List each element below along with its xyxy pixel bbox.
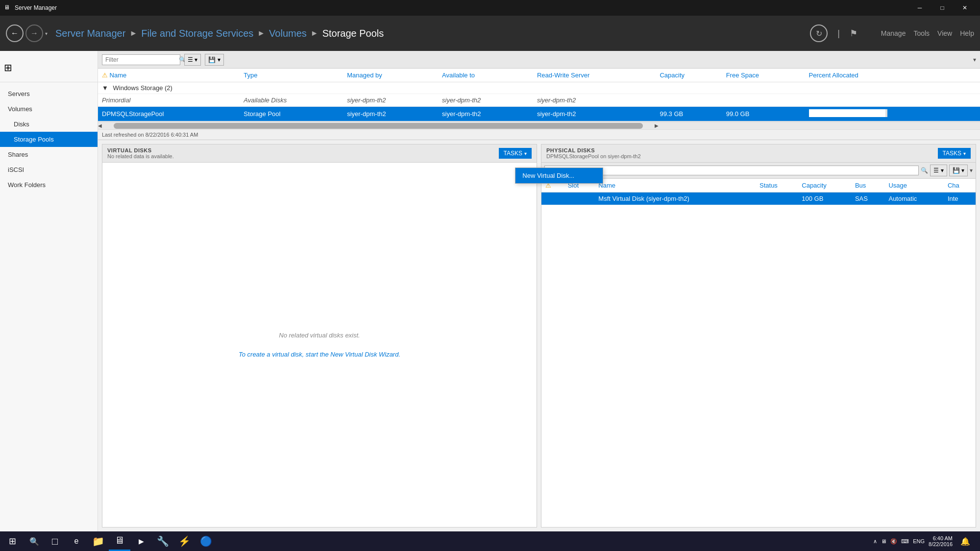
virtual-disk-wizard-link[interactable]: To create a virtual disk, start the New … [239, 351, 400, 358]
systray-up-arrow[interactable]: ∧ [873, 538, 877, 545]
taskbar-time: 6:40 AM [929, 535, 953, 541]
col-name[interactable]: ⚠ Name [98, 69, 240, 82]
sidebar: ⊞ Servers Volumes Disks Storage Pools Sh… [0, 51, 98, 531]
nav-dropdown-button[interactable]: ▾ [45, 31, 48, 36]
phys-col-status[interactable]: Status [756, 179, 798, 192]
breadcrumb-sep-1: ► [129, 29, 137, 38]
phys-col-name[interactable]: Name [594, 179, 756, 192]
storage-pools-filter[interactable]: 🔍 [102, 54, 180, 65]
row-available-to: siyer-dpm-th2 [438, 94, 533, 107]
virtual-disks-dropdown-menu: New Virtual Disk... [515, 168, 603, 184]
physical-disks-table-container: ⚠ Slot Name Status Capacity Bus Usage Ch… [541, 179, 976, 527]
table-row[interactable]: DPMSQLStoragePool Storage Pool siyer-dpm… [98, 107, 980, 121]
virtual-disks-subtitle: No related data is available. [107, 153, 174, 159]
table-row[interactable]: Msft Virtual Disk (siyer-dpm-th2) 100 GB… [541, 192, 976, 205]
sidebar-item-shares[interactable]: Shares [0, 147, 98, 162]
taskbar-task-view[interactable]: □ [44, 531, 66, 551]
tools-menu[interactable]: Tools [913, 29, 930, 37]
physical-disks-tasks-button[interactable]: TASKS ▾ [938, 148, 971, 159]
col-managed-by[interactable]: Managed by [343, 69, 438, 82]
nav-flag-icon[interactable]: ⚑ [850, 28, 858, 39]
breadcrumb-sep-2: ► [257, 29, 265, 38]
window-controls: ─ □ ✕ [908, 0, 976, 16]
row-free-space [722, 94, 805, 107]
scroll-left-arrow[interactable]: ◀ [98, 123, 102, 128]
row-free-space: 99.0 GB [722, 107, 805, 121]
phys-save-button[interactable]: 💾 ▾ [949, 165, 968, 176]
group-header-cell: ▼ Windows Storage (2) [98, 82, 980, 94]
sidebar-item-storage-pools[interactable]: Storage Pools [0, 132, 98, 147]
taskbar-cmd[interactable]: ▶ [130, 531, 152, 551]
phys-row-name: Msft Virtual Disk (siyer-dpm-th2) [594, 192, 756, 205]
phys-expand-button[interactable]: ▾ [970, 167, 973, 174]
phys-search-icon: 🔍 [921, 167, 928, 174]
taskbar-explorer[interactable]: 📁 [87, 531, 109, 551]
start-button[interactable]: ⊞ [0, 531, 24, 551]
row-rw-server: siyer-dpm-th2 [533, 94, 656, 107]
col-rw-server[interactable]: Read-Write Server [533, 69, 656, 82]
breadcrumb: Server Manager ► File and Storage Servic… [55, 28, 810, 39]
storage-pools-filter-input[interactable] [105, 56, 179, 63]
phys-col-usage[interactable]: Usage [884, 179, 943, 192]
nav-back-button[interactable]: ← [6, 24, 24, 42]
row-name: DPMSQLStoragePool [98, 107, 240, 121]
minimize-button[interactable]: ─ [908, 0, 931, 16]
nav-separator: | [837, 28, 840, 39]
maximize-button[interactable]: □ [931, 0, 954, 16]
taskbar-powershell[interactable]: ⚡ [173, 531, 195, 551]
virtual-disks-header: VIRTUAL DISKS No related data is availab… [102, 144, 537, 163]
sidebar-item-iscsi[interactable]: iSCSI [0, 162, 98, 177]
col-type[interactable]: Type [240, 69, 343, 82]
nav-refresh-button[interactable]: ↻ [810, 24, 828, 42]
phys-view-button[interactable]: ☰ ▾ [930, 165, 947, 176]
percent-allocated-bar [809, 109, 887, 117]
sidebar-item-servers[interactable]: Servers [0, 86, 98, 101]
new-virtual-disk-item[interactable]: New Virtual Disk... [515, 168, 603, 183]
systray-language: ENG [913, 538, 925, 544]
breadcrumb-file-storage[interactable]: File and Storage Services [141, 28, 253, 39]
virtual-disks-content: No related virtual disks exist. To creat… [102, 163, 537, 527]
scroll-right-arrow[interactable]: ▶ [655, 123, 659, 128]
scroll-thumb[interactable] [114, 123, 643, 129]
phys-col-bus[interactable]: Bus [851, 179, 885, 192]
app-icon: 🖥 [4, 4, 12, 12]
view-menu[interactable]: View [937, 29, 952, 37]
taskbar-search-button[interactable]: 🔍 [24, 531, 44, 551]
systray-volume-icon: 🔇 [890, 538, 897, 545]
notification-button[interactable]: 🔔 [956, 531, 974, 551]
help-menu[interactable]: Help [960, 29, 974, 37]
refresh-text: Last refreshed on 8/22/2016 6:40:31 AM [102, 132, 198, 138]
systray-network-icon: 🖥 [881, 538, 886, 544]
phys-col-cha[interactable]: Cha [944, 179, 976, 192]
breadcrumb-volumes[interactable]: Volumes [269, 28, 307, 39]
virtual-disks-header-left: VIRTUAL DISKS No related data is availab… [107, 147, 174, 159]
manage-menu[interactable]: Manage [881, 29, 906, 37]
row-type: Storage Pool [240, 107, 343, 121]
nav-forward-button[interactable]: → [25, 24, 43, 42]
sidebar-item-disks[interactable]: Disks [0, 117, 98, 132]
view-list-button[interactable]: ☰ ▾ [184, 54, 201, 66]
horizontal-scrollbar[interactable]: ◀ ▶ [98, 121, 980, 129]
close-button[interactable]: ✕ [954, 0, 976, 16]
row-managed-by: siyer-dpm-th2 [343, 107, 438, 121]
expand-button[interactable]: ▾ [973, 56, 976, 63]
taskbar-server-manager[interactable]: 🖥 [109, 531, 130, 551]
col-capacity[interactable]: Capacity [656, 69, 722, 82]
virtual-disks-tasks-button[interactable]: TASKS ▾ [499, 148, 532, 159]
sidebar-item-work-folders[interactable]: Work Folders [0, 177, 98, 192]
taskbar-settings[interactable]: 🔧 [152, 531, 173, 551]
taskbar-app5[interactable]: 🔵 [195, 531, 217, 551]
storage-pools-table: ⚠ Name Type Managed by Available to Read… [98, 69, 980, 121]
sidebar-item-volumes[interactable]: Volumes [0, 101, 98, 117]
phys-row-status [756, 192, 798, 205]
save-button[interactable]: 💾 ▾ [205, 54, 223, 66]
phys-row-capacity: 100 GB [798, 192, 851, 205]
col-free-space[interactable]: Free Space [722, 69, 805, 82]
row-percent-allocated [805, 94, 980, 107]
taskbar-ie[interactable]: e [66, 531, 87, 551]
breadcrumb-server-manager[interactable]: Server Manager [55, 28, 125, 39]
col-available-to[interactable]: Available to [438, 69, 533, 82]
col-percent-allocated[interactable]: Percent Allocated [805, 69, 980, 82]
phys-col-capacity[interactable]: Capacity [798, 179, 851, 192]
table-row[interactable]: Primordial Available Disks siyer-dpm-th2… [98, 94, 980, 107]
